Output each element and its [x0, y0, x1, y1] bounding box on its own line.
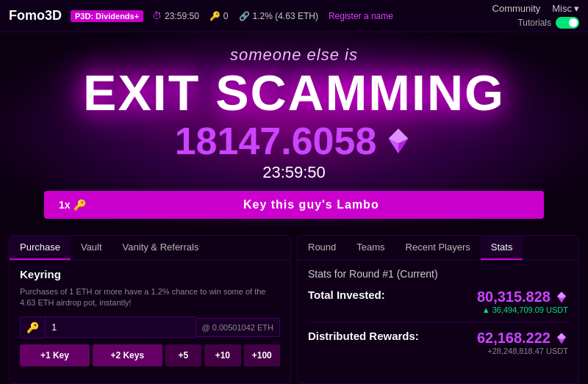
right-panel: Round Teams Recent Players Stats Stats f…: [297, 235, 579, 384]
keys-stat: 🔑 0: [209, 11, 229, 21]
buy-10-keys-button[interactable]: +10: [204, 344, 240, 366]
misc-label: Misc: [552, 3, 572, 14]
total-invested-row: Total Invested: 80,315.828 ▲ 36,494,709.…: [308, 289, 568, 314]
airdrop-stat: 🔗 1.2% (4.63 ETH): [239, 11, 318, 21]
p3d-badge: P3D: Dividends+: [71, 10, 143, 22]
airdrop-info: Purchases of 1 ETH or more have a 1.2% c…: [20, 286, 280, 309]
panels: Purchase Vault Vanity & Referrals Keyrin…: [0, 226, 588, 384]
buy-5-keys-button[interactable]: +5: [165, 344, 201, 366]
left-panel: Purchase Vault Vanity & Referrals Keyrin…: [9, 235, 291, 384]
total-invested-label: Total Invested:: [308, 289, 385, 301]
key-cta-icon: 🔑: [74, 199, 86, 211]
total-invested-value: 80,315.828: [477, 289, 568, 305]
tab-purchase[interactable]: Purchase: [10, 236, 71, 260]
key-icon-small: 🔑: [26, 322, 39, 333]
cta-button[interactable]: 1x 🔑 Key this guy's Lambo: [44, 191, 544, 219]
key-input-row: 🔑 @ 0.00501042 ETH: [20, 316, 280, 338]
timer-stat: ⏱ 23:59:50: [152, 10, 199, 21]
tutorials-label: Tutorials: [517, 18, 551, 28]
distributed-row: Distributed Rewards: 62,168.222 +28,248,…: [308, 330, 568, 355]
multiplier-value: 1x: [59, 199, 71, 211]
header-stats: ⏱ 23:59:50 🔑 0 🔗 1.2% (4.63 ETH) Registe…: [152, 10, 393, 21]
hero-subtitle: someone else is: [15, 46, 573, 65]
stats-divider: [308, 322, 568, 322]
buy-100-keys-button[interactable]: +100: [244, 344, 280, 366]
hero-amount: 18147.6058: [15, 122, 573, 160]
community-link[interactable]: Community: [492, 3, 541, 14]
tutorials-row: Tutorials: [517, 17, 579, 29]
tab-teams[interactable]: Teams: [346, 236, 395, 260]
cta-multiplier: 1x 🔑: [59, 199, 86, 211]
tab-recent-players[interactable]: Recent Players: [395, 236, 481, 260]
eth-diamond-icon: [384, 126, 413, 156]
keys-value: 0: [223, 11, 229, 21]
stats-title: Stats for Round #1 (Current): [308, 268, 568, 280]
distributed-value-group: 62,168.222 +28,248,818.47 USDT: [477, 330, 568, 355]
logo: Fomo3D: [9, 8, 62, 23]
buy-buttons: +1 Key +2 Keys +5 +10 +100: [20, 344, 280, 366]
distributed-label: Distributed Rewards:: [308, 330, 419, 342]
hero-section: someone else is EXIT SCAMMING 18147.6058…: [0, 32, 588, 226]
tab-stats[interactable]: Stats: [481, 236, 523, 260]
key-input-icon: 🔑: [20, 316, 45, 338]
header-timer: 23:59:50: [165, 11, 199, 21]
tab-vanity[interactable]: Vanity & Referrals: [112, 236, 209, 260]
total-invested-sub: ▲ 36,494,709.09 USDT: [477, 305, 568, 314]
tab-round[interactable]: Round: [298, 236, 346, 260]
header-left: Fomo3D P3D: Dividends+ ⏱ 23:59:50 🔑 0 🔗 …: [9, 8, 393, 23]
left-tabs: Purchase Vault Vanity & Referrals: [10, 236, 290, 261]
total-invested-value-group: 80,315.828 ▲ 36,494,709.09 USDT: [477, 289, 568, 314]
keyring-title: Keyring: [20, 268, 280, 280]
key-icon: 🔑: [209, 11, 220, 21]
hero-timer: 23:59:50: [15, 163, 573, 182]
register-link[interactable]: Register a name: [329, 11, 393, 21]
airdrop-value: 1.2% (4.63 ETH): [253, 11, 318, 21]
key-quantity-input[interactable]: [45, 316, 196, 338]
hero-title: EXIT SCAMMING: [15, 68, 573, 117]
clock-icon: ⏱: [152, 10, 162, 21]
misc-menu[interactable]: Misc ▾: [552, 3, 579, 14]
right-panel-body: Stats for Round #1 (Current) Total Inves…: [298, 261, 578, 383]
left-panel-body: Keyring Purchases of 1 ETH or more have …: [10, 261, 290, 383]
cta-label: Key this guy's Lambo: [93, 198, 529, 211]
hero-amount-value: 18147.6058: [175, 122, 377, 160]
distributed-number: 62,168.222: [477, 330, 551, 347]
misc-arrow-icon: ▾: [574, 3, 579, 14]
buy-2-keys-button[interactable]: +2 Keys: [93, 344, 162, 366]
eth-icon-total: [555, 291, 568, 304]
right-tabs: Round Teams Recent Players Stats: [298, 236, 578, 261]
distributed-value: 62,168.222: [477, 330, 568, 347]
header: Fomo3D P3D: Dividends+ ⏱ 23:59:50 🔑 0 🔗 …: [0, 0, 588, 32]
tab-vault[interactable]: Vault: [71, 236, 112, 260]
total-invested-number: 80,315.828: [477, 289, 551, 305]
buy-1-key-button[interactable]: +1 Key: [20, 344, 90, 366]
distributed-sub: +28,248,818.47 USDT: [477, 347, 568, 355]
header-right: Community Misc ▾ Tutorials: [492, 3, 579, 29]
tutorials-toggle[interactable]: [556, 17, 579, 29]
chain-icon: 🔗: [239, 11, 250, 21]
eth-cost-label: @ 0.00501042 ETH: [196, 318, 280, 337]
eth-icon-distributed: [555, 332, 568, 345]
